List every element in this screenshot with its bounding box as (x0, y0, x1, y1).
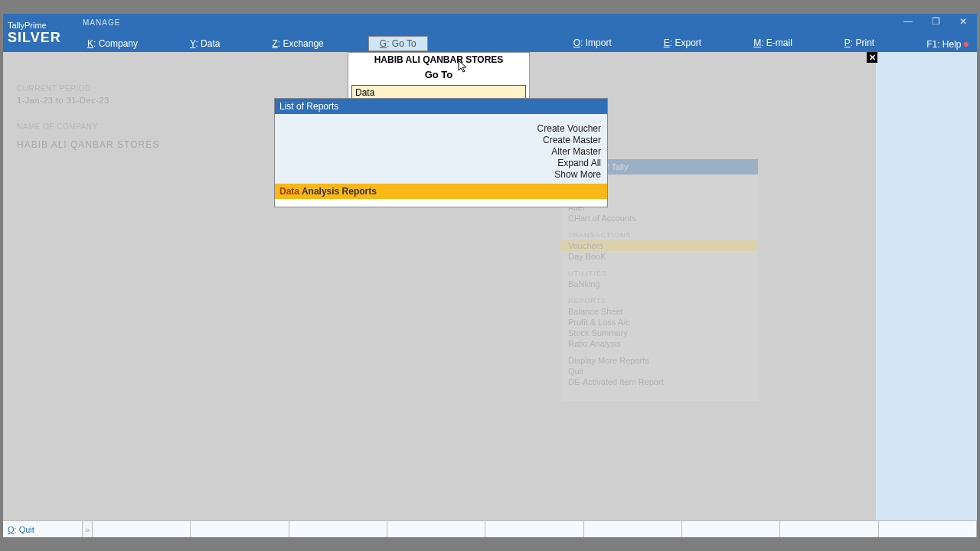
goto-company-name: HABIB ALI QANBAR STORES (348, 53, 529, 67)
bottom-slot (93, 521, 191, 537)
bottom-slot (879, 521, 977, 537)
menu-data[interactable]: Y: Data (182, 36, 227, 51)
gateway-balance[interactable]: Balance Sheet (560, 306, 758, 317)
report-result-highlighted[interactable]: Data Analysis Reports (275, 184, 607, 199)
gateway-deactivated[interactable]: DE-Activated Item Report (560, 377, 758, 387)
menu-company[interactable]: K: Company (80, 36, 145, 51)
action-create-master[interactable]: Create Master (281, 135, 601, 146)
bottom-slot (584, 521, 682, 537)
maximize-button[interactable]: ❐ (922, 14, 949, 29)
gateway-ratio[interactable]: Ratio Analysis (560, 338, 758, 349)
main-panel: CURRENT PERIOD 1-Jan-23 to 31-Dec-23 NAM… (3, 52, 876, 520)
company-label: NAME OF COMPANY (17, 122, 159, 131)
app-name-line2: SILVER (8, 30, 61, 46)
action-create-voucher[interactable]: Create Voucher (281, 123, 601, 135)
action-alter-master[interactable]: Alter Master (281, 146, 601, 158)
main-menu: K: Company Y: Data Z: Exchange G: Go To … (80, 35, 977, 52)
minimize-button[interactable]: — (894, 14, 922, 29)
gateway-pl[interactable]: Profit & Loss A/c (560, 317, 758, 328)
menu-export[interactable]: E: Export (656, 35, 709, 52)
gateway-stock[interactable]: Stock Summary (560, 328, 758, 338)
action-show-more[interactable]: Show More (281, 169, 601, 181)
bottom-slot (289, 521, 387, 537)
gateway-vouchers[interactable]: Vouchers (560, 240, 758, 251)
bottom-slot (682, 521, 780, 537)
panel-close-icon[interactable]: ✕ (867, 52, 877, 63)
bottom-quit[interactable]: Q: Quit (3, 521, 83, 537)
gateway-banking[interactable]: BaNking (560, 279, 758, 289)
period-value: 1-Jan-23 to 31-Dec-23 (17, 96, 109, 105)
period-label: CURRENT PERIOD (17, 84, 109, 93)
goto-dialog: HABIB ALI QANBAR STORES Go To (348, 52, 530, 104)
menu-email[interactable]: M: E-mail (746, 35, 800, 52)
gateway-more-reports[interactable]: Display More Reports (560, 355, 758, 366)
gateway-quit[interactable]: Quit (560, 366, 758, 377)
menu-help[interactable]: F1: Help● (919, 35, 977, 52)
menu-goto[interactable]: G: Go To (368, 36, 428, 51)
bottom-separator: » (83, 521, 93, 537)
reports-header: List of Reports (275, 99, 607, 114)
goto-title: Go To (348, 67, 529, 85)
manage-label[interactable]: MANAGE (83, 18, 120, 27)
reports-list-panel: List of Reports Create Voucher Create Ma… (274, 98, 608, 207)
bottom-slot (485, 521, 583, 537)
bottom-slot (780, 521, 878, 537)
menu-exchange[interactable]: Z: Exchange (264, 36, 331, 51)
bottom-slot (387, 521, 485, 537)
right-sidebar (877, 52, 977, 520)
gateway-daybook[interactable]: Day BooK (560, 251, 758, 262)
gateway-chart[interactable]: CHart of Accounts (560, 213, 758, 223)
action-expand-all[interactable]: Expand All (281, 158, 601, 169)
bottom-slot (191, 521, 289, 537)
title-bar: TallyPrime SILVER MANAGE — ❐ ✕ K: Compan… (3, 14, 977, 52)
bottom-bar: Q: Quit » (3, 520, 977, 537)
menu-import[interactable]: O: Import (566, 35, 619, 52)
menu-print[interactable]: P: Print (837, 35, 882, 52)
company-value: HABIB ALI QANBAR STORES (17, 139, 159, 150)
app-name-line1: TallyPrime (8, 21, 61, 30)
close-button[interactable]: ✕ (949, 14, 977, 29)
